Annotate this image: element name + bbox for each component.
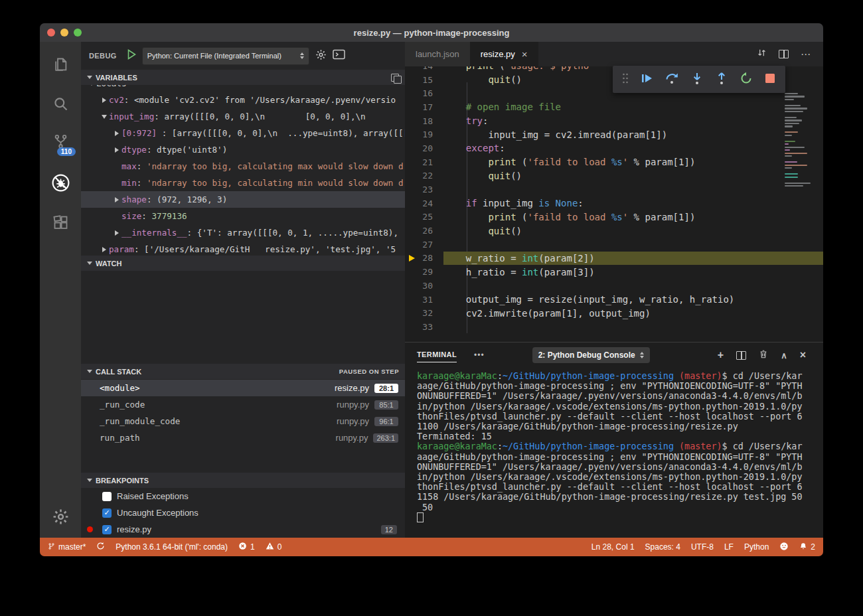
drag-grip-icon[interactable] <box>622 72 629 87</box>
call-stack-section-header[interactable]: CALL STACK PAUSED ON STEP <box>81 364 405 379</box>
twisty-icon[interactable] <box>86 85 96 86</box>
kill-terminal-icon[interactable] <box>759 349 768 362</box>
status-item-branch[interactable]: master* <box>48 542 86 553</box>
split-terminal-icon[interactable] <box>736 351 746 360</box>
terminal-instance-select[interactable]: 2: Python Debug Console <box>532 347 650 363</box>
code-line[interactable]: 33 <box>405 320 823 334</box>
code-line[interactable]: 24 if input_img is None: <box>405 196 823 210</box>
zoom-window-button[interactable] <box>74 29 82 37</box>
line-number[interactable]: 31 <box>405 295 443 305</box>
status-item-error[interactable]: 1 <box>238 542 255 552</box>
breakpoint-checkbox[interactable]: ✓ <box>102 525 112 534</box>
new-terminal-icon[interactable]: + <box>718 350 724 360</box>
variable-row[interactable]: [0:972] : [array([[[0, 0, 0],\n ...ype=u… <box>81 125 405 141</box>
twisty-icon[interactable] <box>99 115 109 119</box>
twisty-icon[interactable] <box>112 197 121 202</box>
line-number[interactable]: 22 <box>405 171 443 181</box>
debug-console-icon[interactable] <box>333 49 345 62</box>
line-number[interactable]: 33 <box>405 322 443 332</box>
status-item-warning[interactable]: 0 <box>266 542 282 552</box>
twisty-icon[interactable] <box>99 98 109 103</box>
code-line[interactable]: 21 print ('faild to load %s' % param[1]) <box>405 155 823 169</box>
code-line[interactable]: 27 <box>405 238 823 252</box>
variable-row[interactable]: max: 'ndarray too big, calculating max w… <box>81 158 405 175</box>
stack-frame-row[interactable]: run_pathrunpy.py263:1 <box>81 429 405 446</box>
breakpoint-checkbox[interactable] <box>102 492 112 501</box>
code-line[interactable]: 22 quit() <box>405 169 823 183</box>
breakpoint-row[interactable]: Raised Exceptions <box>81 488 405 504</box>
line-number[interactable]: 24 <box>405 198 443 208</box>
code-line[interactable]: 20 except: <box>405 141 823 155</box>
line-number[interactable]: 27 <box>405 240 443 250</box>
stack-frame-row[interactable]: _run_module_coderunpy.py96:1 <box>81 413 405 429</box>
status-item[interactable]: Python <box>744 542 769 552</box>
step-into-button[interactable] <box>690 72 704 88</box>
code-line[interactable]: 30 <box>405 279 823 293</box>
variable-row[interactable]: size: 3779136 <box>81 208 405 224</box>
line-number[interactable]: 32 <box>405 308 443 318</box>
sidebar-item-debug[interactable] <box>40 169 81 198</box>
breakpoints-section-header[interactable]: BREAKPOINTS <box>81 473 405 488</box>
maximize-panel-icon[interactable]: ∧ <box>781 351 787 360</box>
close-window-button[interactable] <box>47 29 55 37</box>
split-editor-icon[interactable] <box>779 50 789 58</box>
start-debug-button[interactable] <box>127 49 136 62</box>
configure-gear-icon[interactable] <box>315 49 327 63</box>
sidebar-item-source-control[interactable]: 110 <box>40 128 81 157</box>
sidebar-item-extensions[interactable] <box>40 209 81 238</box>
line-number[interactable]: 14 <box>405 66 443 71</box>
sidebar-item-explorer[interactable] <box>40 51 81 80</box>
open-changes-icon[interactable] <box>757 48 767 60</box>
close-panel-icon[interactable]: × <box>800 350 806 360</box>
breakpoint-checkbox[interactable]: ✓ <box>102 508 112 518</box>
line-number[interactable]: 20 <box>405 143 443 153</box>
minimap[interactable] <box>785 93 815 191</box>
variable-row[interactable]: min: 'ndarray too big, calculating min w… <box>81 175 405 191</box>
code-line[interactable]: 23 <box>405 183 823 196</box>
sidebar-item-search[interactable] <box>40 90 81 119</box>
step-out-button[interactable] <box>715 72 728 88</box>
line-number[interactable]: 25 <box>405 212 443 222</box>
line-number[interactable]: 26 <box>405 226 443 236</box>
code-line[interactable]: 19 input_img = cv2.imread(param[1]) <box>405 127 823 141</box>
code-line[interactable]: 25 print ('faild to load %s' % param[1]) <box>405 210 823 224</box>
breakpoint-row[interactable]: ✓resize.py12 <box>81 521 405 538</box>
variable-row[interactable]: __internals__: {'T': array([[[0, 0, 1, .… <box>81 224 405 241</box>
status-item[interactable]: LF <box>724 542 734 552</box>
more-actions-icon[interactable]: ⋯ <box>801 48 811 60</box>
tab-launch-json[interactable]: launch.json <box>405 42 470 66</box>
watch-section-header[interactable]: WATCH <box>81 256 405 271</box>
variable-row[interactable]: cv2: <module 'cv2.cv2' from '/Users/kara… <box>81 92 405 108</box>
code-line[interactable]: 31 output_img = resize(input_img, w_rati… <box>405 293 823 307</box>
code-line[interactable]: 29 h_ratio = int(param[3]) <box>405 265 823 279</box>
continue-button[interactable] <box>640 72 653 88</box>
status-item[interactable]: UTF-8 <box>691 542 714 552</box>
stack-frame-row[interactable]: <module>resize.py28:1 <box>81 380 405 396</box>
variable-row[interactable]: shape: (972, 1296, 3) <box>81 191 405 208</box>
line-number[interactable]: 16 <box>405 88 443 98</box>
status-item[interactable]: Spaces: 4 <box>645 542 680 552</box>
twisty-icon[interactable] <box>112 230 121 236</box>
variable-row[interactable]: input_img: array([[[0, 0, 0],\n [0, 0, 0… <box>81 108 405 125</box>
panel-more-icon[interactable]: ••• <box>474 350 485 360</box>
status-item[interactable]: Ln 28, Col 1 <box>591 542 635 552</box>
manage-button[interactable] <box>40 503 81 532</box>
status-item[interactable]: Python 3.6.1 64-bit ('ml': conda) <box>116 542 228 552</box>
code-line[interactable]: 17 # open image file <box>405 100 823 114</box>
line-number[interactable]: 17 <box>405 102 443 112</box>
line-number[interactable]: 29 <box>405 267 443 277</box>
status-item-smiley[interactable] <box>779 542 789 553</box>
variable-row[interactable]: dtype: dtype('uint8') <box>81 141 405 158</box>
line-number[interactable]: 30 <box>405 281 443 291</box>
minimize-window-button[interactable] <box>60 29 68 37</box>
line-number[interactable]: 19 <box>405 129 443 139</box>
line-number[interactable]: 18 <box>405 116 443 126</box>
breakpoint-row[interactable]: ✓Uncaught Exceptions <box>81 504 405 521</box>
collapse-all-icon[interactable] <box>391 74 399 82</box>
variable-row[interactable]: param: ['/Users/karaage/GitH resize.py',… <box>81 241 405 256</box>
tab-resize-py[interactable]: resize.py× <box>470 42 538 66</box>
code-line[interactable]: 28 w_ratio = int(param[2]) <box>405 252 823 266</box>
code-line[interactable]: 18 try: <box>405 114 823 128</box>
twisty-icon[interactable] <box>112 147 121 153</box>
stack-frame-row[interactable]: _run_coderunpy.py85:1 <box>81 396 405 413</box>
